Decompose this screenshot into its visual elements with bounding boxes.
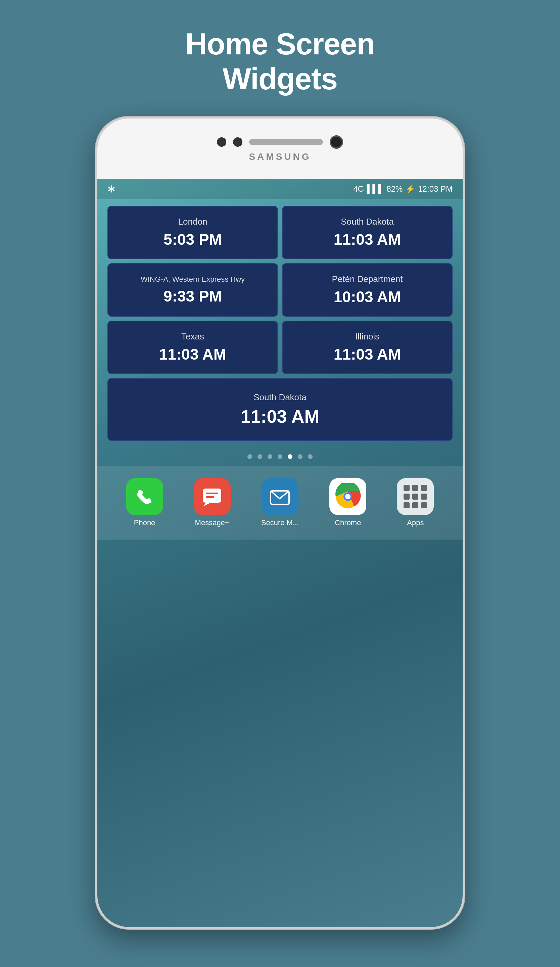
apps-label: Apps bbox=[407, 518, 424, 527]
phone-mockup: SAMSUNG ✻ 4G ▌▌▌ 82% ⚡ 12:03 PM bbox=[96, 117, 464, 929]
secure-mail-icon bbox=[262, 478, 298, 515]
dock-item-secure[interactable]: Secure M... bbox=[261, 478, 299, 527]
widget-south-dakota-2[interactable]: South Dakota 11:03 AM bbox=[107, 378, 453, 441]
page-dot-1[interactable] bbox=[247, 454, 252, 459]
svg-rect-3 bbox=[206, 496, 214, 498]
clock: 12:03 PM bbox=[418, 184, 453, 194]
widget-location: Petén Department bbox=[332, 274, 402, 284]
page-dot-3[interactable] bbox=[268, 454, 272, 459]
svg-marker-1 bbox=[203, 503, 211, 507]
page-title: Home Screen Widgets bbox=[185, 27, 375, 96]
apps-icon bbox=[397, 478, 434, 515]
brand-label: SAMSUNG bbox=[249, 152, 311, 162]
widget-peten[interactable]: Petén Department 10:03 AM bbox=[282, 263, 453, 317]
widget-illinois[interactable]: Illinois 11:03 AM bbox=[282, 321, 453, 374]
battery-percent: 82% bbox=[386, 184, 402, 194]
chrome-label: Chrome bbox=[335, 518, 361, 527]
widget-location: South Dakota bbox=[341, 216, 394, 227]
widget-time: 11:03 AM bbox=[240, 406, 319, 427]
widget-location: South Dakota bbox=[254, 392, 306, 403]
dock-item-apps[interactable]: Apps bbox=[397, 478, 434, 527]
widget-row-2: WING-A, Western Express Hwy 9:33 PM Peté… bbox=[107, 263, 453, 317]
dock: Phone Message+ bbox=[97, 466, 463, 540]
widget-location: Texas bbox=[181, 332, 204, 342]
svg-rect-2 bbox=[206, 493, 218, 494]
widget-time: 11:03 AM bbox=[334, 230, 401, 249]
widget-time: 11:03 AM bbox=[159, 345, 226, 363]
front-camera bbox=[330, 135, 343, 149]
phone-label: Phone bbox=[134, 518, 155, 527]
phone-icon bbox=[126, 478, 163, 515]
page-dot-7[interactable] bbox=[308, 454, 313, 459]
svg-rect-0 bbox=[203, 488, 221, 503]
widget-texas[interactable]: Texas 11:03 AM bbox=[107, 321, 278, 374]
widget-time: 11:03 AM bbox=[334, 345, 401, 363]
widget-row-3: Texas 11:03 AM Illinois 11:03 AM bbox=[107, 321, 453, 374]
phone-shell: SAMSUNG ✻ 4G ▌▌▌ 82% ⚡ 12:03 PM bbox=[96, 117, 464, 929]
apps-grid bbox=[400, 482, 430, 512]
message-label: Message+ bbox=[195, 518, 229, 527]
svg-point-8 bbox=[345, 494, 351, 499]
signal-bars: ▌▌▌ bbox=[367, 184, 384, 194]
phone-sensors bbox=[217, 135, 343, 149]
widget-south-dakota-1[interactable]: South Dakota 11:03 AM bbox=[282, 206, 453, 259]
widget-wing-a[interactable]: WING-A, Western Express Hwy 9:33 PM bbox=[107, 263, 278, 317]
dock-item-chrome[interactable]: Chrome bbox=[329, 478, 366, 527]
widget-row-4: South Dakota 11:03 AM bbox=[107, 378, 453, 441]
page-indicators bbox=[97, 447, 463, 466]
notification-icon: ✻ bbox=[107, 184, 115, 195]
dock-item-phone[interactable]: Phone bbox=[126, 478, 163, 527]
page-dot-2[interactable] bbox=[257, 454, 262, 459]
widget-location: WING-A, Western Express Hwy bbox=[141, 275, 245, 284]
status-left: ✻ bbox=[107, 184, 115, 195]
widget-row-1: London 5:03 PM South Dakota 11:03 AM bbox=[107, 206, 453, 259]
widget-location: Illinois bbox=[355, 332, 379, 342]
message-icon bbox=[194, 478, 231, 515]
secure-mail-label: Secure M... bbox=[261, 518, 299, 527]
widget-time: 10:03 AM bbox=[334, 288, 401, 306]
phone-screen: ✻ 4G ▌▌▌ 82% ⚡ 12:03 PM London 5:03 PM bbox=[97, 179, 463, 927]
battery-icon: ⚡ bbox=[405, 184, 415, 194]
widget-time: 9:33 PM bbox=[163, 287, 222, 305]
chrome-icon bbox=[329, 478, 366, 515]
widgets-area: London 5:03 PM South Dakota 11:03 AM WIN… bbox=[97, 199, 463, 447]
page-dot-5[interactable] bbox=[288, 454, 292, 459]
sensor-dot bbox=[233, 137, 242, 147]
widget-time: 5:03 PM bbox=[163, 230, 222, 249]
signal-indicator: 4G bbox=[353, 184, 364, 194]
widget-location: London bbox=[178, 216, 208, 227]
page-dot-4[interactable] bbox=[278, 454, 282, 459]
phone-top-bar: SAMSUNG bbox=[97, 119, 463, 179]
status-bar: ✻ 4G ▌▌▌ 82% ⚡ 12:03 PM bbox=[97, 179, 463, 199]
power-button[interactable] bbox=[463, 253, 464, 297]
speaker-grille bbox=[249, 139, 323, 145]
page-dot-6[interactable] bbox=[298, 454, 303, 459]
status-right: 4G ▌▌▌ 82% ⚡ 12:03 PM bbox=[353, 184, 453, 194]
widget-london[interactable]: London 5:03 PM bbox=[107, 206, 278, 259]
dock-item-message[interactable]: Message+ bbox=[194, 478, 231, 527]
front-camera-dot bbox=[217, 137, 226, 147]
